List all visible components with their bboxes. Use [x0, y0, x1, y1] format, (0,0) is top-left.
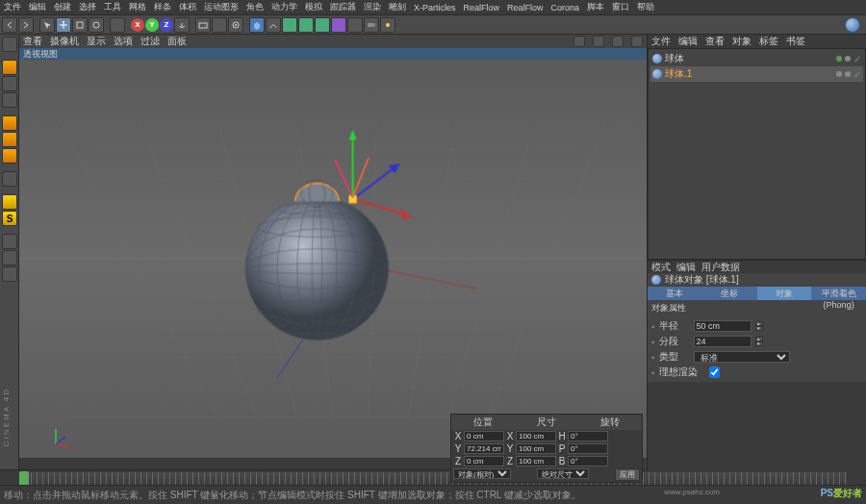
visibility-dot[interactable] [836, 71, 842, 77]
om-menu-item[interactable]: 书签 [786, 35, 805, 48]
vp-menu-item[interactable]: 摄像机 [50, 35, 79, 48]
point-mode-button[interactable] [2, 115, 17, 131]
menu-item[interactable]: 渲染 [364, 1, 381, 13]
pos-y-input[interactable] [464, 443, 504, 454]
attr-tab-coord[interactable]: 坐标 [702, 287, 757, 300]
menu-item[interactable]: 窗口 [612, 1, 629, 13]
visibility-dot[interactable] [845, 56, 851, 62]
attr-tab-basic[interactable]: 基本 [648, 287, 702, 300]
size-x-input[interactable] [516, 431, 556, 441]
visibility-dot[interactable] [845, 71, 851, 77]
primitive-cube-button[interactable] [249, 17, 265, 33]
z-axis-toggle[interactable]: Z [160, 18, 173, 32]
locked-workplane-button[interactable] [2, 250, 17, 265]
y-axis-toggle[interactable]: Y [145, 18, 159, 32]
menu-item[interactable]: 雕刻 [389, 1, 406, 13]
vp-nav-icon[interactable] [631, 36, 643, 47]
menu-item[interactable]: 编辑 [29, 1, 46, 13]
attr-tab-phong[interactable]: 平滑着色(Phong) [811, 287, 866, 300]
coord-system-button[interactable] [174, 17, 190, 33]
menu-item[interactable]: 角色 [246, 1, 264, 13]
vp-menu-item[interactable]: 面板 [167, 35, 187, 48]
attr-menu-item[interactable]: 模式 [651, 261, 671, 274]
menu-item[interactable]: X-Particles [414, 3, 456, 13]
workplane-mode-button[interactable] [2, 92, 17, 108]
vp-nav-icon[interactable] [612, 36, 624, 47]
vp-menu-item[interactable]: 查看 [23, 35, 42, 48]
pos-z-input[interactable] [464, 456, 504, 466]
menu-item[interactable]: Corona [551, 3, 580, 13]
camera-button[interactable] [364, 17, 379, 33]
type-select[interactable]: 标准 [694, 351, 790, 363]
menu-item[interactable]: RealFlow [464, 3, 500, 13]
om-menu-item[interactable]: 标签 [759, 35, 778, 48]
make-editable-button[interactable] [2, 37, 17, 52]
render-view-button[interactable] [195, 17, 211, 33]
spinner-icon[interactable]: ▴▾ [755, 337, 763, 346]
rot-b-input[interactable] [568, 456, 608, 466]
vp-nav-icon[interactable] [593, 36, 604, 47]
menu-item[interactable]: 运动图形 [204, 1, 239, 13]
menu-item[interactable]: 创建 [54, 1, 71, 13]
size-mode-select[interactable]: 绝对尺寸 [537, 468, 589, 479]
deformer-button[interactable] [331, 17, 346, 33]
vp-menu-item[interactable]: 过滤 [140, 35, 160, 48]
axis-mode-button[interactable] [2, 171, 17, 187]
om-menu-item[interactable]: 对象 [732, 35, 751, 48]
undo-button[interactable] [2, 17, 17, 33]
x-axis-toggle[interactable]: X [131, 18, 144, 32]
redo-button[interactable] [18, 17, 34, 33]
snap-button[interactable]: S [2, 211, 17, 226]
move-tool[interactable] [56, 17, 71, 33]
planar-workplane-button[interactable] [2, 266, 17, 282]
om-menu-item[interactable]: 编辑 [678, 35, 698, 48]
menu-item[interactable]: 跟踪器 [330, 1, 356, 13]
vp-nav-icon[interactable] [573, 36, 585, 47]
light-button[interactable] [380, 17, 395, 33]
tweak-mode-button[interactable] [2, 194, 17, 210]
texture-mode-button[interactable] [2, 76, 17, 91]
attr-tab-object[interactable]: 对象 [757, 287, 812, 300]
edge-mode-button[interactable] [2, 132, 17, 147]
radius-input[interactable] [694, 320, 751, 332]
rot-p-input[interactable] [568, 443, 608, 454]
spinner-icon[interactable]: ▴▾ [755, 321, 763, 331]
timeline-ruler[interactable] [19, 472, 847, 486]
om-menu-item[interactable]: 文件 [651, 35, 671, 48]
visibility-dot[interactable] [836, 56, 842, 62]
model-mode-button[interactable] [2, 60, 17, 75]
checkmark-icon[interactable]: ✓ [853, 69, 861, 80]
menu-item[interactable]: 工具 [104, 1, 121, 13]
size-z-input[interactable] [516, 456, 556, 466]
menu-item[interactable]: 脚本 [587, 1, 604, 13]
segments-input[interactable] [694, 336, 751, 347]
object-manager[interactable]: 球体 ✓ 球体.1 ✓ [648, 48, 866, 260]
menu-item[interactable]: 样条 [154, 1, 171, 13]
menu-item[interactable]: 体积 [179, 1, 196, 13]
render-region-button[interactable] [212, 17, 227, 33]
spline-pen-button[interactable] [266, 17, 281, 33]
attr-menu-item[interactable]: 用户数据 [701, 261, 740, 274]
menu-item[interactable]: 模拟 [305, 1, 322, 13]
vp-menu-item[interactable]: 显示 [87, 35, 106, 48]
menu-item[interactable]: 网格 [129, 1, 146, 13]
attr-menu-item[interactable]: 编辑 [676, 261, 696, 274]
checkmark-icon[interactable]: ✓ [853, 54, 861, 64]
om-menu-item[interactable]: 查看 [705, 35, 725, 48]
workplane-button[interactable] [2, 234, 17, 249]
subdivision-button[interactable] [298, 17, 314, 33]
render-perfect-checkbox[interactable] [709, 366, 720, 378]
coord-mode-select[interactable]: 对象(相对) [453, 468, 511, 479]
menu-item[interactable]: 动力学 [271, 1, 297, 13]
generator-button[interactable] [282, 17, 297, 33]
scale-tool[interactable] [72, 17, 88, 33]
viewport-3d[interactable] [19, 60, 647, 458]
select-tool[interactable] [39, 17, 55, 33]
render-settings-button[interactable] [228, 17, 243, 33]
menu-item[interactable]: RealFlow [507, 3, 544, 13]
vp-menu-item[interactable]: 选项 [114, 35, 133, 48]
menu-item[interactable]: 帮助 [637, 1, 654, 13]
rot-h-input[interactable] [568, 431, 608, 441]
array-button[interactable] [315, 17, 330, 33]
size-y-input[interactable] [516, 443, 556, 454]
